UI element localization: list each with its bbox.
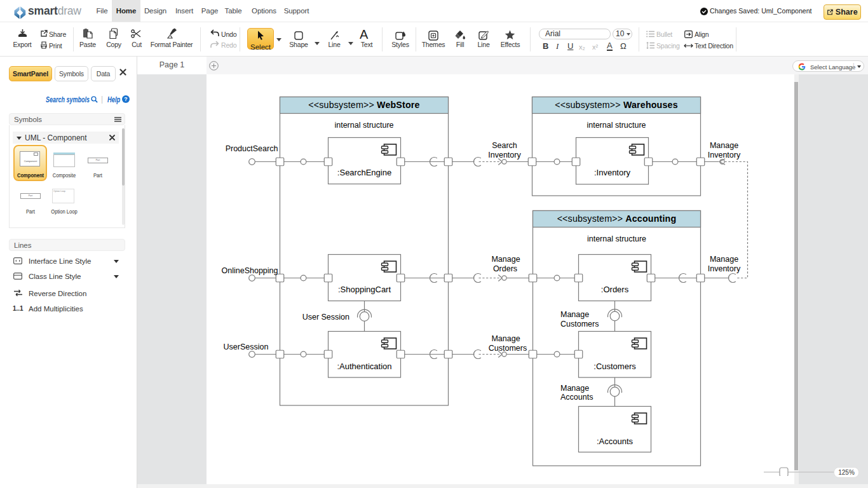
svg-text:Orders: Orders [493,264,517,273]
svg-text:Manage: Manage [560,384,589,393]
svg-text:Customers: Customers [489,344,527,353]
svg-text::Accounts: :Accounts [597,437,634,446]
svg-text:internal structure: internal structure [587,121,646,130]
svg-text:Accounts: Accounts [560,393,593,402]
svg-text:internal structure: internal structure [587,234,646,243]
svg-text::Inventory: :Inventory [594,168,631,177]
svg-text:Manage: Manage [710,141,738,150]
svg-text:Manage: Manage [491,334,520,343]
svg-text:Manage: Manage [710,255,738,264]
svg-text:<<subsystem>> Warehouses: <<subsystem>> Warehouses [555,100,678,110]
svg-text:OnlineShopping: OnlineShopping [222,266,278,275]
svg-text:Manage: Manage [560,310,589,319]
svg-text::ShoppingCart: :ShoppingCart [338,285,391,294]
svg-text:<<subsystem>> WebStore: <<subsystem>> WebStore [308,100,419,110]
svg-text:Inventory: Inventory [708,151,741,159]
svg-text:User Session: User Session [302,313,349,322]
svg-text:UserSession: UserSession [224,342,269,351]
svg-text:Search: Search [492,141,517,150]
svg-text:Customers: Customers [560,320,599,329]
svg-text::Orders: :Orders [601,285,629,294]
svg-text::Customers: :Customers [593,362,636,371]
svg-text::Authentication: :Authentication [337,362,391,371]
svg-text:<<subsystem>> Accounting: <<subsystem>> Accounting [557,214,677,224]
svg-text:internal structure: internal structure [334,121,393,130]
svg-text::SearchEngine: :SearchEngine [337,168,391,177]
svg-text:Inventory: Inventory [488,151,521,159]
svg-text:Inventory: Inventory [708,264,741,273]
svg-text:ProductSearch: ProductSearch [226,144,278,153]
svg-text:Manage: Manage [491,255,520,264]
